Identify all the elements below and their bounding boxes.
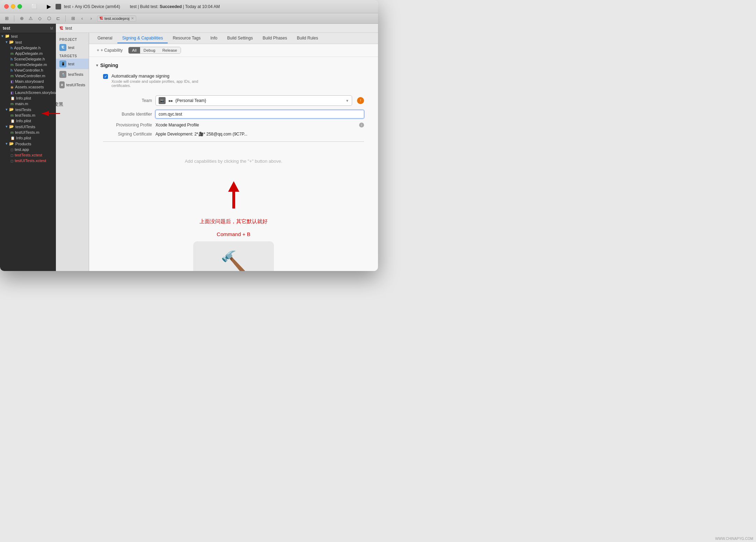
tab-build-rules[interactable]: Build Rules: [292, 34, 323, 43]
sidebar-item-label: ViewController.m: [15, 74, 45, 78]
sidebar-item-ViewController-h[interactable]: h ViewController.h: [0, 67, 56, 73]
sidebar-item-testTests-plist[interactable]: 📋 Info.plist: [0, 118, 56, 124]
toolbar: ⊞ ⊕ ⚠ ◇ ⬡ ⊏ ⊞ ‹ › 🏗 test.xcodeproj ✕: [0, 13, 378, 24]
sidebar-item-SceneDelegate-h[interactable]: h SceneDelegate.h: [0, 56, 56, 62]
sidebar-item-Main-storyboard[interactable]: ◧ Main.storyboard: [0, 79, 56, 84]
toolbar-divider2: [65, 15, 66, 22]
red-arrow-shaft: [232, 191, 235, 208]
folder-expand-icon5: ▾: [6, 141, 8, 146]
command-b-label: Command + B: [103, 231, 364, 237]
tab-build-settings[interactable]: Build Settings: [222, 34, 257, 43]
tab-resource-tags[interactable]: Resource Tags: [168, 34, 205, 43]
title-bar: ⬜ ▶ test › Any iOS Device (arm64) test |…: [0, 0, 378, 13]
play-button[interactable]: ▶: [45, 3, 53, 10]
target-uitest-icon: 🖥: [59, 81, 65, 88]
project-title: test: [3, 26, 10, 31]
sidebar-item-label: main.m: [15, 102, 28, 106]
red-arrow-up-icon: [228, 181, 239, 192]
back-icon[interactable]: ⊕: [19, 15, 25, 22]
filter-release-button[interactable]: Release: [159, 47, 181, 53]
bundle-identifier-input[interactable]: [155, 110, 364, 118]
sidebar-item-label: test.app: [15, 147, 29, 152]
team-separator: ■■: [168, 99, 173, 103]
sidebar-item-testUITests-xctest[interactable]: ◻ testUITests.xctest: [0, 158, 56, 163]
panel-item-testUITests-target[interactable]: 🖥 testUITests: [56, 80, 89, 90]
add-capability-button[interactable]: + + Capability: [95, 47, 125, 54]
sidebar-item-test-root[interactable]: ▾ 📁 test: [0, 33, 56, 39]
sidebar-item-label: testUITests: [15, 125, 35, 129]
form-table: Team 📷 ■■ {Personal Team} ▼ !: [96, 93, 371, 139]
sidebar-item-label: Info.plist: [16, 136, 31, 140]
panel-item-test-project[interactable]: 🏗 test: [56, 42, 89, 53]
sidebar-item-testUITests[interactable]: ▾ 📂 testUITests: [0, 124, 56, 130]
sidebar-item-main-m[interactable]: m main.m: [0, 101, 56, 107]
capabilities-hint-area: Add capabilities by clicking the "+" but…: [96, 145, 371, 178]
grid-icon[interactable]: ⊞: [70, 15, 76, 22]
provisioning-row: Provisioning Profile Xcode Managed Profi…: [103, 120, 364, 130]
info-icon[interactable]: i: [359, 123, 364, 127]
chinese-annotation: 上面没问题后，其它默认就好: [96, 215, 371, 228]
sidebar-item-test-group[interactable]: ▾ 📂 test: [0, 39, 56, 45]
nav-forward-icon[interactable]: ›: [88, 15, 94, 22]
h-file-icon2: h: [10, 57, 13, 61]
filter-debug-button[interactable]: Debug: [140, 47, 159, 53]
team-value: {Personal Team}: [175, 98, 343, 103]
maximize-button[interactable]: [17, 4, 22, 9]
sidebar-item-testUITests-plist[interactable]: 📋 Info.plist: [0, 135, 56, 141]
bookmark-icon[interactable]: ◇: [37, 15, 43, 22]
target-test-icon: 🔬: [59, 71, 66, 78]
tab-close-icon[interactable]: ✕: [131, 16, 134, 20]
panel-item-test-target[interactable]: 📱 test: [56, 59, 89, 69]
sidebar-item-testTests-xctest[interactable]: ◻ testTests.xctest: [0, 152, 56, 158]
shape-icon[interactable]: ⬡: [46, 15, 52, 22]
sidebar-item-Assets[interactable]: ◉ Assets.xcassets: [0, 84, 56, 90]
team-select[interactable]: 📷 ■■ {Personal Team} ▼: [155, 95, 352, 106]
diff-icon[interactable]: ⊏: [55, 15, 61, 22]
tab-build-phases[interactable]: Build Phases: [258, 34, 292, 43]
warning-icon[interactable]: ⚠: [28, 15, 34, 22]
sidebar-item-label: AppDelegate.m: [15, 51, 43, 56]
sidebar-item-Products[interactable]: ▾ 📂 Products: [0, 141, 56, 147]
sidebar-item-label: SceneDelegate.m: [15, 63, 47, 67]
sidebar-item-label: test: [11, 34, 18, 38]
sidebar-item-testUITests-m[interactable]: m testUITests.m: [0, 130, 56, 135]
stop-button[interactable]: [56, 4, 61, 9]
sidebar-item-label: SceneDelegate.h: [14, 57, 45, 61]
separator: [103, 141, 364, 142]
sidebar-item-AppDelegate-m[interactable]: m AppDelegate.m: [0, 51, 56, 56]
target-icon: 📱: [59, 60, 66, 67]
sidebar-item-AppDelegate-h[interactable]: h AppDelegate.h: [0, 45, 56, 51]
tab-signing[interactable]: Signing & Capabilities: [117, 34, 168, 43]
group-folder-icon: 📂: [9, 40, 14, 44]
settings-tabs: General Signing & Capabilities Resource …: [89, 33, 378, 44]
nav-back-icon[interactable]: ‹: [79, 15, 85, 22]
sidebar-item-label: testTests: [15, 108, 31, 112]
sidebar-toggle-icon[interactable]: ⬜: [31, 3, 37, 10]
sidebar-item-SceneDelegate-m[interactable]: m SceneDelegate.m: [0, 62, 56, 67]
m-file-icon2: m: [10, 63, 14, 67]
sidebar-item-LaunchScreen[interactable]: ◧ LaunchScreen.storyboard: [0, 90, 56, 95]
xctest-icon2: ◻: [10, 159, 13, 163]
warning-arrow-icon: !: [357, 97, 364, 104]
hammer-icon: 🔨: [220, 252, 247, 271]
panel-item-testTests-target[interactable]: 🔬 testTests: [56, 69, 89, 80]
sidebar-item-label: Info.plist: [16, 119, 31, 123]
content-area: 🏗 test PROJECT 🏗 test TARGETS 📱 test: [56, 24, 378, 271]
sidebar-item-ViewController-m[interactable]: m ViewController.m: [0, 73, 56, 79]
tab-general[interactable]: General: [93, 34, 117, 43]
sidebar-item-testTests-m[interactable]: m testTests.m: [0, 112, 56, 118]
sidebar-item-Info-plist[interactable]: 📋 Info.plist: [0, 95, 56, 101]
m-file-icon6: m: [10, 131, 14, 134]
filter-all-button[interactable]: All: [129, 47, 140, 53]
sidebar-item-label: test: [15, 40, 22, 44]
sidebar-item-test-app[interactable]: ◻ test.app: [0, 147, 56, 152]
project-icon: 🏗: [59, 44, 66, 51]
close-button[interactable]: [4, 4, 9, 9]
section-toggle-icon[interactable]: ▾: [96, 63, 98, 68]
sidebar-item-testTests[interactable]: ▾ 📂 testTests: [0, 107, 56, 112]
tab-filename[interactable]: test.xcodeproj: [104, 16, 130, 21]
minimize-button[interactable]: [11, 4, 15, 9]
tab-info[interactable]: Info: [205, 34, 222, 43]
navigator-icon[interactable]: ⊞: [3, 15, 10, 22]
auto-signing-checkbox[interactable]: [103, 74, 108, 79]
